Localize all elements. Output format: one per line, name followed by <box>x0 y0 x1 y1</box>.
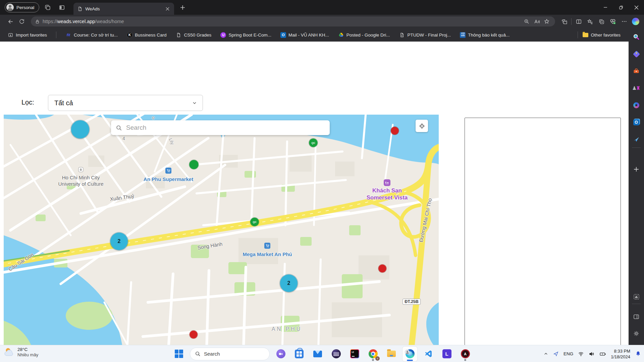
favorite-item-drive[interactable]: Posted - Google Dri... <box>338 32 390 38</box>
map-marker-cluster-large[interactable] <box>71 120 89 138</box>
sidebar-microsoft-365-icon[interactable] <box>629 100 644 111</box>
language-indicator[interactable]: ENG <box>564 351 573 356</box>
taskbar-mail-icon[interactable] <box>310 347 325 361</box>
map-label-university: Ho Chi Minh CityUniversity of Culture <box>58 175 103 187</box>
taskbar-chat-icon[interactable] <box>273 347 288 361</box>
map-marker-red[interactable] <box>190 331 198 339</box>
favorite-label: Thông báo kết quả... <box>468 33 509 38</box>
map-marker-green[interactable] <box>190 160 199 169</box>
tab-actions-icon[interactable] <box>56 2 67 13</box>
sidebar-add-icon[interactable] <box>629 164 644 175</box>
cluster-count: 2 <box>287 280 290 286</box>
battery-icon[interactable] <box>599 351 606 357</box>
map-search-input[interactable] <box>125 124 325 132</box>
map-label-an-phu-supermarket: An Phu Supermarket <box>144 176 193 183</box>
address-bar[interactable]: https://weads.vercel.app/weads/home <box>31 16 555 26</box>
taskbar-file-explorer-icon[interactable] <box>384 347 399 361</box>
taskbar-chrome-icon[interactable]: V <box>366 347 380 361</box>
close-window-button[interactable] <box>629 0 644 15</box>
results-panel <box>465 118 621 362</box>
sidebar-shopping-icon[interactable] <box>629 48 644 60</box>
map-marker-red[interactable] <box>391 127 399 135</box>
page-favicon <box>176 32 182 38</box>
favorite-item-import[interactable]: Import favorites <box>7 32 47 38</box>
sidebar-divider <box>632 147 641 148</box>
minimize-button[interactable] <box>598 0 613 15</box>
favorite-star-icon[interactable] <box>542 17 552 26</box>
sidebar-outlook-icon[interactable]: O <box>629 117 644 128</box>
tab-close-icon[interactable] <box>163 5 171 13</box>
map-base-layer <box>4 115 439 362</box>
favorite-item-course[interactable]: fit Course: Cơ sở trí tu... <box>65 32 118 38</box>
favorites-hub-icon[interactable] <box>584 16 596 27</box>
map-marker-cluster[interactable]: 2 <box>110 233 128 250</box>
university-poi-icon <box>78 167 84 172</box>
browser-tab-weads[interactable]: WeAds <box>73 3 174 15</box>
udemy-favicon: U <box>220 32 226 38</box>
read-aloud-icon[interactable] <box>532 17 542 26</box>
sidebar-tools-icon[interactable] <box>629 65 644 77</box>
lock-icon[interactable] <box>35 19 40 24</box>
map-marker-green[interactable]: QC <box>251 218 259 226</box>
taskbar-store-icon[interactable] <box>292 347 307 361</box>
favorites-divider <box>56 32 56 38</box>
filter-dropdown[interactable]: Tất cả <box>48 95 203 111</box>
map-marker-green[interactable]: QC <box>309 139 318 147</box>
import-icon <box>7 32 13 38</box>
extensions-puzzle-icon[interactable] <box>558 16 570 27</box>
taskbar-a-app-icon[interactable]: A <box>458 347 473 361</box>
favorite-item-udemy[interactable]: U Spring Boot E-Com... <box>220 32 271 38</box>
zoom-in-icon[interactable] <box>522 17 532 26</box>
favorite-item-cs50[interactable]: CS50 Grades <box>176 32 212 38</box>
notification-bell-icon[interactable] <box>635 351 641 357</box>
wifi-icon[interactable] <box>578 351 584 357</box>
map-label-district-an-phu: AN PHÚ <box>272 326 302 333</box>
taskbar-eclipse-icon[interactable] <box>329 347 343 361</box>
favorite-item-ptudw[interactable]: PTUDW - Final Proj... <box>399 32 451 38</box>
favorite-label: Spring Boot E-Com... <box>228 33 271 38</box>
map-marker-red[interactable] <box>379 265 386 273</box>
sidebar-search-icon[interactable] <box>629 31 644 43</box>
favorite-item-bussiness-card[interactable]: K Bussiness Card <box>127 32 167 38</box>
taskbar-vscode-icon[interactable] <box>421 347 436 361</box>
sidebar-settings-icon[interactable] <box>629 328 644 339</box>
locate-button[interactable] <box>416 120 428 132</box>
sidebar-games-icon[interactable]: ♟♜ <box>629 82 644 94</box>
sidebar-drop-icon[interactable] <box>629 134 644 145</box>
screen: Personal WeAds <box>0 0 644 362</box>
taskbar-edge-icon[interactable] <box>402 347 417 361</box>
other-favorites-button[interactable]: Other favorites <box>583 33 621 38</box>
taskbar-clock[interactable]: 8:33 PM 1/18/2024 <box>611 348 630 360</box>
profile-button[interactable]: Personal <box>5 2 39 12</box>
tab-favicon <box>77 6 83 11</box>
web-capture-icon[interactable] <box>629 291 644 302</box>
copilot-icon[interactable] <box>630 16 641 27</box>
more-options-icon[interactable] <box>619 16 630 27</box>
taskbar-search-label: Search <box>204 351 220 357</box>
start-button[interactable] <box>171 347 186 361</box>
hidden-icons-chevron[interactable] <box>543 351 548 356</box>
favorites-divider <box>578 32 578 38</box>
favorite-item-hcmus[interactable]: HCMUS Thông báo kết quả... <box>460 32 509 38</box>
browser-essentials-icon[interactable] <box>607 16 619 27</box>
workspaces-icon[interactable] <box>42 2 53 13</box>
collections-icon[interactable] <box>596 16 607 27</box>
map-marker-cluster[interactable]: 2 <box>280 275 298 292</box>
favorite-item-mail[interactable]: O Mail - VŨ ANH KH... <box>280 32 329 38</box>
taskbar-l-app-icon[interactable]: L <box>439 347 454 361</box>
refresh-icon[interactable] <box>16 16 28 27</box>
restore-button[interactable] <box>613 0 629 15</box>
window-controls <box>598 0 644 15</box>
map-canvas[interactable]: Ho Chi Minh CityUniversity of Culture Xu… <box>4 115 439 362</box>
taskbar-search[interactable]: Search <box>190 348 270 360</box>
back-icon[interactable] <box>5 16 16 27</box>
sidebar-panel-icon[interactable] <box>629 311 644 322</box>
favorite-label: Posted - Google Dri... <box>346 33 390 38</box>
new-tab-button[interactable] <box>177 2 188 13</box>
favorite-label: Mail - VŨ ANH KH... <box>288 33 329 38</box>
volume-icon[interactable] <box>589 351 595 357</box>
search-icon <box>195 351 201 357</box>
taskbar-intellij-icon[interactable]: IJ <box>347 347 362 361</box>
split-screen-icon[interactable] <box>573 16 584 27</box>
location-icon[interactable] <box>553 351 559 357</box>
